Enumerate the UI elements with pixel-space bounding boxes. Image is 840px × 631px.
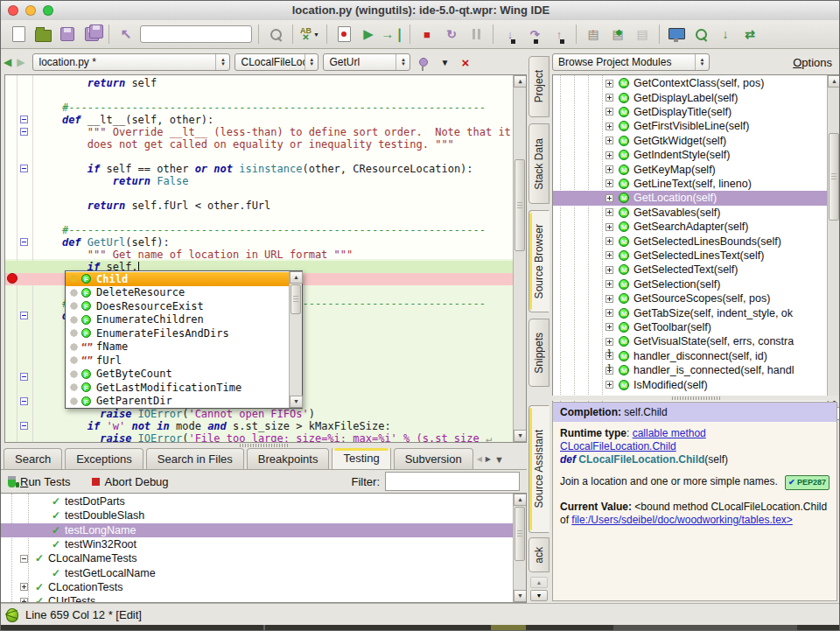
assistant-tab-source-assistant[interactable]: Source Assistant xyxy=(528,405,550,533)
tabs-scroll-left-icon[interactable]: ◀ xyxy=(475,455,484,463)
expand-icon[interactable] xyxy=(606,251,613,259)
completion-item[interactable]: FGetLastModificationTime xyxy=(66,381,289,395)
expand-icon[interactable] xyxy=(606,137,613,144)
completion-item[interactable]: FChild xyxy=(66,272,289,286)
browser-vscrollbar[interactable]: ▲ ▼ xyxy=(827,75,840,408)
search-icon[interactable] xyxy=(264,24,287,45)
restart-debug-icon[interactable]: ↻ xyxy=(440,24,463,45)
fold-collapse-icon[interactable] xyxy=(20,128,28,136)
remote-display-icon[interactable] xyxy=(665,24,688,45)
browser-row[interactable]: MGetSourceScopes(self, pos) xyxy=(553,291,827,305)
tool-tab-source-browser[interactable]: Source Browser xyxy=(528,210,550,312)
scroll-up-icon[interactable]: ▲ xyxy=(514,494,527,506)
options-menu[interactable]: Options xyxy=(793,56,832,69)
tool-tab-snippets[interactable]: Snippets xyxy=(528,319,550,387)
expand-icon[interactable] xyxy=(606,295,613,303)
expand-icon[interactable] xyxy=(606,208,613,216)
browser-row[interactable]: MGetContextClass(self, pos) xyxy=(553,76,827,90)
expand-icon[interactable] xyxy=(606,223,613,231)
expand-icon[interactable] xyxy=(606,179,613,187)
assistant-tab-ack[interactable]: ack xyxy=(528,537,550,572)
save-all-icon[interactable] xyxy=(80,24,103,45)
tabs-menu-icon[interactable]: ▼ xyxy=(493,454,506,465)
browser-row[interactable]: M1handler_is_connected(self, handl xyxy=(553,363,827,377)
expand-icon[interactable] xyxy=(606,108,613,116)
debug-run-icon[interactable]: ▶ xyxy=(357,24,380,45)
completion-item[interactable]: FDeleteResource xyxy=(66,286,289,300)
pause-icon[interactable] xyxy=(465,24,487,45)
class-scope-selector[interactable]: CLocalFileLoc ▲▼ xyxy=(234,53,318,71)
browser-row[interactable]: MGetVisualState(self, errs, constra xyxy=(553,334,827,348)
fold-collapse-icon[interactable] xyxy=(20,373,28,381)
method-scope-selector[interactable]: GetUrl ▲▼ xyxy=(323,53,410,71)
completion-item[interactable]: FGetParentDir xyxy=(66,395,289,409)
tab-exceptions[interactable]: Exceptions xyxy=(65,448,144,469)
test-row[interactable]: ✓testLongName xyxy=(1,523,513,537)
browser-row[interactable]: MGetSelectedText(self) xyxy=(553,263,827,277)
save-icon[interactable] xyxy=(56,24,79,45)
scroll-down-icon[interactable]: ▼ xyxy=(514,430,527,442)
forward-icon[interactable]: ▶ xyxy=(17,56,24,68)
completion-item[interactable]: FEnumerateFilesAndDirs xyxy=(66,326,289,340)
expand-icon[interactable] xyxy=(606,194,613,202)
test-row[interactable]: ✓testDotParts xyxy=(1,494,513,508)
debug-file-icon[interactable] xyxy=(332,24,355,45)
browser-row[interactable]: MGetDisplayLabel(self) xyxy=(553,90,827,104)
browser-row[interactable]: MGetLocation(self) xyxy=(553,191,827,205)
browser-row[interactable]: MGetSearchAdapter(self) xyxy=(553,220,827,234)
browser-row[interactable]: M1handler_disconnect(self, id) xyxy=(553,349,827,363)
pin-editor-icon[interactable] xyxy=(419,58,428,67)
test-row[interactable]: ✓CLocalNameTests xyxy=(1,551,513,565)
tabs-scroll-right-icon[interactable]: ▶ xyxy=(484,455,493,463)
tabs-scroll-down-icon[interactable]: ▼ xyxy=(530,590,548,601)
browser-row[interactable]: MGetKeyMap(self) xyxy=(553,162,827,176)
title-bar[interactable]: location.py (wingutils): ide-5.0-qt.wpr:… xyxy=(1,1,840,21)
browser-row[interactable]: MGetFirstVisibleLine(self) xyxy=(553,119,827,133)
tab-testing[interactable]: Testing xyxy=(332,448,390,469)
test-row[interactable]: ✓testDoubleSlash xyxy=(1,508,513,522)
open-file-icon[interactable] xyxy=(32,24,54,45)
expand-icon[interactable] xyxy=(606,323,613,331)
debug-probe-icon[interactable]: ▤◆ xyxy=(606,24,629,45)
current-value-link[interactable]: file:/Users/sdeibel/doc/woodworking/tabl… xyxy=(571,514,792,526)
scroll-up-icon[interactable]: ▲ xyxy=(514,75,527,88)
fold-collapse-icon[interactable] xyxy=(20,165,28,172)
step-out-icon[interactable]: ↑ xyxy=(548,24,570,45)
tab-breakpoints[interactable]: Breakpoints xyxy=(247,448,330,469)
expand-icon[interactable] xyxy=(606,237,613,245)
test-row[interactable]: ✓testWin32Root xyxy=(1,537,513,551)
browser-row[interactable]: MGetSelectedLinesBounds(self) xyxy=(553,234,827,248)
browser-row[interactable]: MGetTabSize(self, indent_style, ok xyxy=(553,305,827,319)
filter-input[interactable] xyxy=(385,472,520,491)
tool-tab-project[interactable]: Project xyxy=(528,56,550,117)
fold-collapse-icon[interactable] xyxy=(20,116,28,123)
tests-vscroll-thumb[interactable] xyxy=(514,507,525,561)
fold-collapse-icon[interactable] xyxy=(20,238,28,246)
scroll-up-icon[interactable]: ▲ xyxy=(828,75,840,88)
popup-vscrollbar[interactable]: ▲ ▼ xyxy=(289,271,302,408)
step-into-icon[interactable]: ↓ xyxy=(499,24,522,45)
tab-subversion[interactable]: Subversion xyxy=(394,448,473,469)
step-over-icon[interactable]: ↷ xyxy=(523,24,546,45)
browser-vscroll-thumb[interactable] xyxy=(829,133,839,221)
fold-collapse-icon[interactable] xyxy=(20,422,28,430)
toggle-marks-icon[interactable]: ↖ xyxy=(115,24,137,45)
expand-icon[interactable] xyxy=(606,338,613,346)
expand-icon[interactable] xyxy=(606,165,613,173)
test-row[interactable]: ✓CLocationTests xyxy=(1,580,513,594)
module-browser-tree[interactable]: MGetContextClass(self, pos)MGetDisplayLa… xyxy=(552,74,840,420)
completion-item[interactable]: “”fName xyxy=(66,340,289,354)
run-tests-button[interactable]: Run Tests xyxy=(20,475,71,488)
browser-row[interactable]: MGetDisplayTitle(self) xyxy=(553,105,827,119)
expand-icon[interactable] xyxy=(606,123,613,130)
new-file-icon[interactable] xyxy=(7,24,30,45)
file-selector[interactable]: location.py * ▲▼ xyxy=(32,53,230,71)
browser-row[interactable]: MGetSelection(self) xyxy=(553,277,827,291)
tab-search-in-files[interactable]: Search in Files xyxy=(146,448,244,469)
completion-item[interactable]: FEnumerateChildren xyxy=(66,313,289,327)
completion-item[interactable]: FGetByteCount xyxy=(66,368,289,382)
runtime-class-link[interactable]: CLocalFileLocation.Child xyxy=(560,440,676,452)
test-results-tree[interactable]: ✓testDotParts✓testDoubleSlash✓testLongNa… xyxy=(1,493,527,603)
expand-icon[interactable] xyxy=(606,94,613,102)
back-icon[interactable]: ◀ xyxy=(4,56,11,68)
